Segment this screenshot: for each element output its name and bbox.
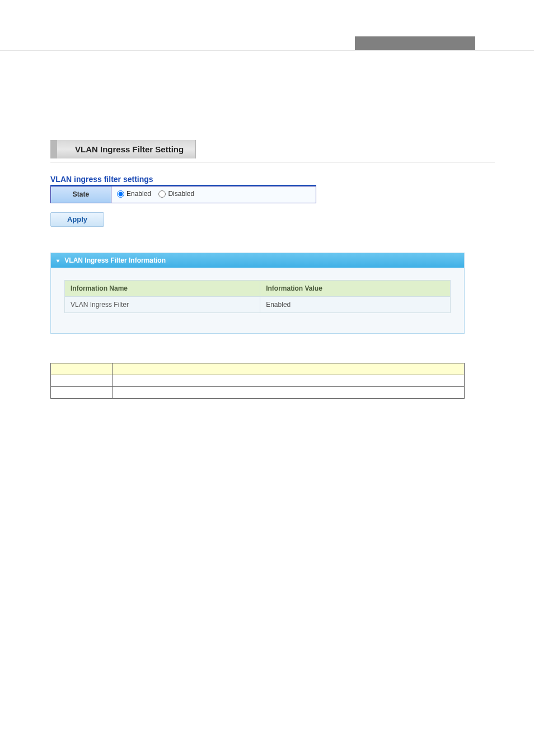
desc-cell (113, 375, 465, 386)
state-enabled-label: Enabled (127, 190, 151, 198)
desc-cell (51, 386, 113, 398)
table-row (51, 375, 465, 386)
desc-header-1 (51, 363, 113, 375)
table-row: VLAN Ingress Filter Enabled (65, 296, 451, 312)
table-row (51, 386, 465, 398)
info-panel: ▾ VLAN Ingress Filter Information Inform… (50, 253, 465, 334)
state-disabled-label: Disabled (168, 190, 194, 198)
state-value-cell: Enabled Disabled (111, 186, 316, 203)
state-disabled-option[interactable]: Disabled (158, 190, 194, 198)
info-col-value: Information Value (260, 280, 451, 296)
info-table: Information Name Information Value VLAN … (64, 280, 451, 313)
caret-down-icon: ▾ (57, 258, 59, 264)
state-disabled-radio[interactable] (158, 190, 166, 198)
settings-heading: VLAN ingress filter settings (50, 175, 316, 186)
section-title-wrap: VLAN Ingress Filter Setting (50, 140, 495, 162)
settings-table: State Enabled Disabled (50, 186, 316, 203)
section-title: VLAN Ingress Filter Setting (50, 140, 196, 158)
state-enabled-option[interactable]: Enabled (117, 190, 151, 198)
info-panel-title: VLAN Ingress Filter Information (64, 256, 166, 264)
desc-cell (113, 386, 465, 398)
description-table (50, 363, 465, 399)
state-enabled-radio[interactable] (117, 190, 124, 198)
state-label: State (51, 186, 111, 203)
desc-header-2 (113, 363, 465, 375)
apply-button[interactable]: Apply (50, 212, 104, 227)
info-row-name: VLAN Ingress Filter (65, 296, 260, 312)
desc-cell (51, 375, 113, 386)
info-row-value: Enabled (260, 296, 451, 312)
top-gray-block (355, 36, 475, 50)
info-panel-header[interactable]: ▾ VLAN Ingress Filter Information (51, 253, 464, 268)
info-col-name: Information Name (65, 280, 260, 296)
